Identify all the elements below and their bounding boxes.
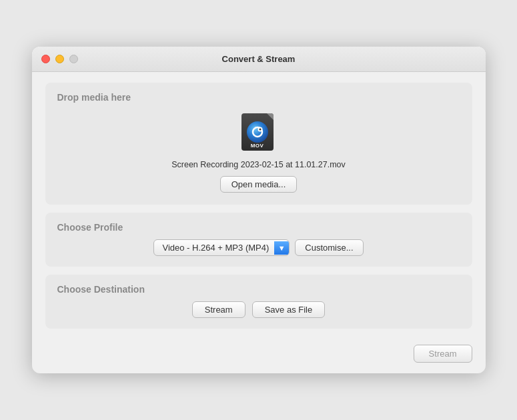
chevron-down-icon: ▼	[278, 244, 286, 252]
destination-controls: Stream Save as File	[57, 301, 460, 318]
window-content: Drop media here	[32, 72, 486, 342]
filename-label: Screen Recording 2023-02-15 at 11.01.27.…	[171, 160, 346, 169]
save-as-file-button[interactable]: Save as File	[252, 301, 326, 318]
profile-dropdown-arrow[interactable]: ▼	[274, 241, 289, 255]
destination-panel-title: Choose Destination	[57, 284, 460, 295]
file-icon: MOV	[241, 113, 276, 153]
profile-panel-title: Choose Profile	[57, 222, 460, 233]
stream-main-button[interactable]: Stream	[414, 345, 472, 363]
svg-point-0	[247, 121, 268, 143]
maximize-button[interactable]	[69, 55, 78, 63]
drop-media-label: Drop media here	[57, 92, 131, 103]
choose-profile-panel: Choose Profile Video - H.264 + MP3 (MP4)…	[45, 213, 472, 267]
file-icon-wrapper: MOV	[241, 113, 276, 153]
drop-media-panel: Drop media here	[45, 83, 472, 205]
main-window: Convert & Stream Drop media here	[32, 47, 486, 373]
stream-destination-button[interactable]: Stream	[192, 301, 245, 318]
profile-controls: Video - H.264 + MP3 (MP4) ▼ Customise...	[57, 239, 460, 256]
bottom-bar: Stream	[32, 342, 486, 373]
close-button[interactable]	[41, 55, 50, 63]
choose-destination-panel: Choose Destination Stream Save as File	[45, 275, 472, 329]
minimize-button[interactable]	[55, 55, 64, 63]
customise-button[interactable]: Customise...	[295, 239, 363, 256]
svg-point-3	[259, 129, 261, 131]
window-controls	[41, 55, 78, 63]
file-icon-body: MOV	[241, 113, 274, 151]
profile-select-label: Video - H.264 + MP3 (MP4)	[154, 240, 274, 255]
titlebar: Convert & Stream	[32, 47, 486, 72]
window-title: Convert & Stream	[222, 54, 296, 64]
profile-select-wrapper[interactable]: Video - H.264 + MP3 (MP4) ▼	[153, 239, 290, 256]
file-ext-label: MOV	[241, 143, 274, 149]
open-media-button[interactable]: Open media...	[220, 176, 298, 193]
quicktime-icon	[246, 121, 269, 143]
